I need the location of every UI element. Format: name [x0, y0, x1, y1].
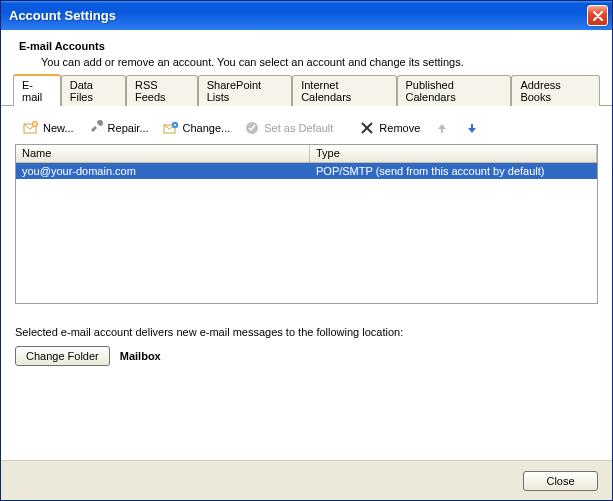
column-headers: Name Type: [16, 145, 597, 163]
new-mail-icon: [23, 120, 39, 136]
tab-label: RSS Feeds: [135, 79, 166, 103]
tab-label: Published Calendars: [406, 79, 456, 103]
move-up-button: [430, 118, 454, 138]
tab-label: Internet Calendars: [301, 79, 351, 103]
cell-name: you@your-domain.com: [16, 164, 310, 178]
mailbox-label: Mailbox: [120, 350, 161, 362]
delivery-text: Selected e-mail account delivers new e-m…: [15, 326, 598, 338]
change-icon: [163, 120, 179, 136]
page-subtitle: You can add or remove an account. You ca…: [41, 56, 594, 68]
page-title: E-mail Accounts: [19, 40, 594, 52]
column-header-type[interactable]: Type: [310, 145, 597, 162]
repair-button[interactable]: Repair...: [84, 118, 153, 138]
table-row[interactable]: you@your-domain.com POP/SMTP (send from …: [16, 163, 597, 179]
change-folder-row: Change Folder Mailbox: [15, 346, 598, 366]
tab-rss-feeds[interactable]: RSS Feeds: [126, 75, 198, 106]
tab-address-books[interactable]: Address Books: [511, 75, 600, 106]
new-button[interactable]: New...: [19, 118, 78, 138]
tab-label: Address Books: [520, 79, 560, 103]
check-circle-icon: [244, 120, 260, 136]
svg-point-4: [174, 124, 176, 126]
tab-panel-email: New... Repair...: [1, 106, 612, 460]
tab-internet-calendars[interactable]: Internet Calendars: [292, 75, 396, 106]
cell-type: POP/SMTP (send from this account by defa…: [310, 164, 597, 178]
tab-published-calendars[interactable]: Published Calendars: [397, 75, 512, 106]
toolbar-label: Set as Default: [264, 122, 333, 134]
footer: Close: [1, 460, 612, 500]
tab-label: E-mail: [22, 79, 42, 103]
remove-icon: [359, 120, 375, 136]
remove-button[interactable]: Remove: [355, 118, 424, 138]
titlebar: Account Settings: [1, 1, 612, 30]
tab-data-files[interactable]: Data Files: [61, 75, 126, 106]
arrow-up-icon: [434, 120, 450, 136]
toolbar-label: Change...: [183, 122, 231, 134]
change-folder-button[interactable]: Change Folder: [15, 346, 110, 366]
tab-label: SharePoint Lists: [207, 79, 261, 103]
repair-icon: [88, 120, 104, 136]
close-icon: [593, 11, 603, 21]
window-close-button[interactable]: [587, 5, 608, 26]
tab-label: Data Files: [70, 79, 93, 103]
toolbar: New... Repair...: [15, 114, 598, 142]
accounts-list[interactable]: Name Type you@your-domain.com POP/SMTP (…: [15, 144, 598, 304]
content-area: E-mail Accounts You can add or remove an…: [1, 30, 612, 460]
set-default-button: Set as Default: [240, 118, 337, 138]
close-button[interactable]: Close: [523, 471, 598, 491]
change-button[interactable]: Change...: [159, 118, 235, 138]
arrow-down-icon: [464, 120, 480, 136]
move-down-button: [460, 118, 484, 138]
toolbar-label: Repair...: [108, 122, 149, 134]
tab-email[interactable]: E-mail: [13, 74, 61, 106]
tabs: E-mail Data Files RSS Feeds SharePoint L…: [1, 84, 612, 106]
tab-sharepoint-lists[interactable]: SharePoint Lists: [198, 75, 292, 106]
column-header-name[interactable]: Name: [16, 145, 310, 162]
account-settings-window: Account Settings E-mail Accounts You can…: [0, 0, 613, 501]
window-title: Account Settings: [9, 8, 587, 23]
toolbar-label: New...: [43, 122, 74, 134]
toolbar-label: Remove: [379, 122, 420, 134]
